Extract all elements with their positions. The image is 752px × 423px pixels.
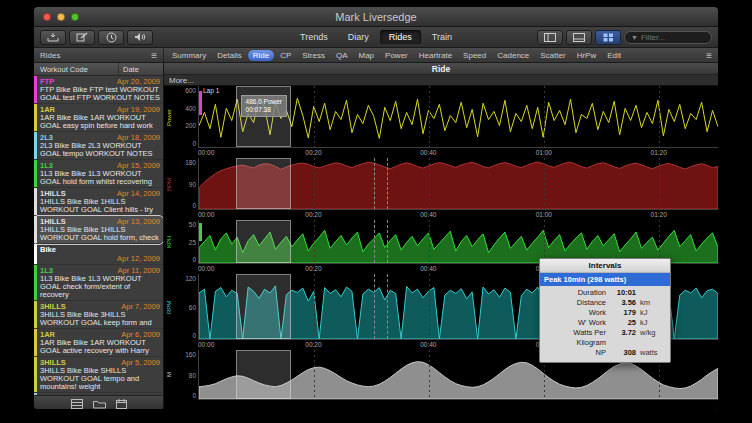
tab-scatter[interactable]: Scatter [535, 50, 570, 61]
gridline [429, 274, 430, 339]
chart-title-bar: Ride [164, 63, 718, 75]
x-tick: 00:20 [305, 265, 321, 272]
tab-details[interactable]: Details [212, 50, 246, 61]
tab-speed[interactable]: Speed [458, 50, 491, 61]
lowbar-toggle-button[interactable] [566, 30, 592, 45]
interval-stat-row: Distance3.56km [546, 298, 664, 308]
lap-marker-label: Lap 1 [203, 87, 219, 94]
list-view-icon[interactable] [71, 399, 83, 409]
altitude-y-axis-label: M [164, 350, 173, 400]
tab-cadence[interactable]: Cadence [492, 50, 534, 61]
x-tick: 00:40 [420, 149, 436, 156]
heartrate-y-ticks: 180900 [173, 158, 198, 210]
tiled-view-button[interactable] [595, 30, 621, 45]
nav-diary[interactable]: Diary [339, 30, 378, 44]
ride-list-item[interactable]: 2L3 Apr 4, 2009 2L3 Bike Bike 2L3 WORKOU… [34, 393, 163, 395]
column-date[interactable]: Date [119, 65, 163, 74]
selection-band[interactable] [236, 158, 291, 209]
tab-map[interactable]: Map [354, 50, 380, 61]
workout-color-strip [34, 301, 37, 328]
column-workout-code[interactable]: Workout Code [34, 63, 119, 75]
split-activity-button[interactable] [98, 30, 124, 45]
ride-date: Apr 7, 2009 [121, 302, 160, 311]
ride-description: 1HILLS Bike Bike 1HILLS WORKOUT GOAL hol… [40, 226, 160, 242]
sidebar-menu-icon[interactable]: ≡ [151, 50, 157, 61]
tab-stress[interactable]: Stress [297, 50, 330, 61]
heartrate-y-axis: BPM 180900 [164, 158, 198, 210]
ride-list-item[interactable]: 1AR Apr 6, 2009 1AR Bike Bike 1AR WORKOU… [34, 329, 163, 357]
selection-band[interactable] [236, 350, 291, 399]
sidebar-header[interactable]: Rides ≡ [34, 48, 164, 62]
tab-power[interactable]: Power [380, 50, 413, 61]
ride-list-item[interactable]: 1HILLS Apr 13, 2009 1HILLS Bike Bike 1HI… [34, 216, 163, 244]
ride-description: 2L3 Bike Bike 2L3 WORKOUT GOAL tempo WOR… [40, 142, 160, 158]
ride-list-item[interactable]: 1L3 Apr 11, 2009 1L3 Bike Bike 1L3 WORKO… [34, 265, 163, 301]
nav-trends[interactable]: Trends [291, 30, 337, 44]
cadence-y-ticks: 120600 [173, 274, 198, 340]
interval-stat-row: Work179kJ [546, 308, 664, 318]
ride-list-item[interactable]: 2L3 Apr 18, 2009 2L3 Bike Bike 2L3 WORKO… [34, 132, 163, 160]
ride-list-item[interactable]: 1HILLS Apr 14, 2009 1HILLS Bike Bike 1HI… [34, 188, 163, 216]
manual-entry-button[interactable] [69, 30, 95, 45]
workout-code: 2L3 [40, 394, 53, 395]
power-plot[interactable]: Lap 1 486.0 Power 00:07:38 [198, 86, 718, 148]
nav-train[interactable]: Train [423, 30, 461, 44]
altitude-y-axis: M 160800 [164, 350, 198, 400]
ride-list-item[interactable]: FTP Apr 20, 2009 FTP Bike Bike FTP test … [34, 76, 163, 104]
workout-color-strip [34, 265, 37, 300]
power-x-axis: 00:0000:2000:4001:0001:20 [198, 148, 718, 158]
ride-description: 1AR Bike Bike 1AR WORKOUT GOAL active re… [40, 339, 160, 355]
import-button[interactable] [40, 30, 66, 45]
download-tray-icon [47, 32, 59, 42]
selection-band[interactable] [236, 274, 291, 339]
tab-qa[interactable]: QA [331, 50, 353, 61]
gridline [429, 158, 430, 209]
tab-ride[interactable]: Ride [248, 50, 274, 61]
more-link[interactable]: More... [164, 75, 718, 86]
ride-list-item[interactable]: 1AR Apr 19, 2009 1AR Bike Bike 1AR WORKO… [34, 104, 163, 132]
ride-list-item[interactable]: 1L3 Apr 15, 2009 1L3 Bike Bike 1L3 WORKO… [34, 160, 163, 188]
ride-list-item[interactable]: 3HILLS Apr 5, 2009 3HILLS Bike Bike SHIL… [34, 357, 163, 393]
heartrate-plot[interactable] [198, 158, 718, 210]
x-tick: 00:40 [420, 265, 436, 272]
tabbar-menu-icon[interactable]: ≡ [700, 48, 718, 62]
interval-selected-row[interactable]: Peak 10min (298 watts) [540, 273, 670, 286]
selection-band[interactable] [236, 220, 291, 263]
altitude-y-ticks: 160800 [173, 350, 198, 400]
app-window: Mark Liversedge TrendsDiaryRidesTrain [33, 6, 719, 410]
filter-box[interactable]: ▼ [624, 31, 712, 44]
gridline [659, 158, 660, 209]
ride-description: 1AR Bike Bike 1AR WORKOUT GOAL easy spin… [40, 114, 160, 130]
workout-color-strip [34, 188, 37, 215]
y-tick: 160 [185, 351, 196, 358]
folder-icon[interactable] [93, 399, 106, 409]
interval-marker [387, 274, 388, 339]
tab-summary[interactable]: Summary [167, 50, 211, 61]
tab-hrpw[interactable]: HrPw [572, 50, 602, 61]
gridline [314, 274, 315, 339]
audio-button[interactable] [127, 30, 153, 45]
tab-heartrate[interactable]: Heartrate [414, 50, 457, 61]
close-window-button[interactable] [43, 13, 51, 21]
clock-icon [106, 32, 117, 43]
tab-cp[interactable]: CP [275, 50, 296, 61]
ride-date: Apr 4, 2009 [121, 394, 160, 395]
filter-input[interactable] [641, 33, 705, 42]
main-toolbar: TrendsDiaryRidesTrain ▼ [34, 27, 718, 48]
nav-rides[interactable]: Rides [380, 30, 421, 44]
interval-marker [374, 158, 375, 209]
zoom-window-button[interactable] [71, 13, 79, 21]
x-tick: 01:20 [651, 149, 667, 156]
sidebar-title: Rides [40, 51, 60, 60]
ride-date: Apr 12, 2009 [117, 254, 160, 263]
ride-list-item[interactable]: Bike Apr 12, 2009 [34, 244, 163, 265]
sidebar-toggle-button[interactable] [537, 30, 563, 45]
tab-edit[interactable]: Edit [602, 50, 626, 61]
ride-list: FTP Apr 20, 2009 FTP Bike Bike FTP test … [34, 76, 163, 395]
secondary-bar: Rides ≡ SummaryDetailsRideCPStressQAMapP… [34, 48, 718, 63]
minimize-window-button[interactable] [57, 13, 65, 21]
ride-description: FTP Bike Bike FTP test WORKOUT GOAL test… [40, 86, 160, 102]
ride-list-item[interactable]: 3HILLS Apr 7, 2009 3HILLS Bike Bike 3HIL… [34, 301, 163, 329]
calendar-icon[interactable] [116, 399, 127, 409]
gridline [314, 220, 315, 263]
